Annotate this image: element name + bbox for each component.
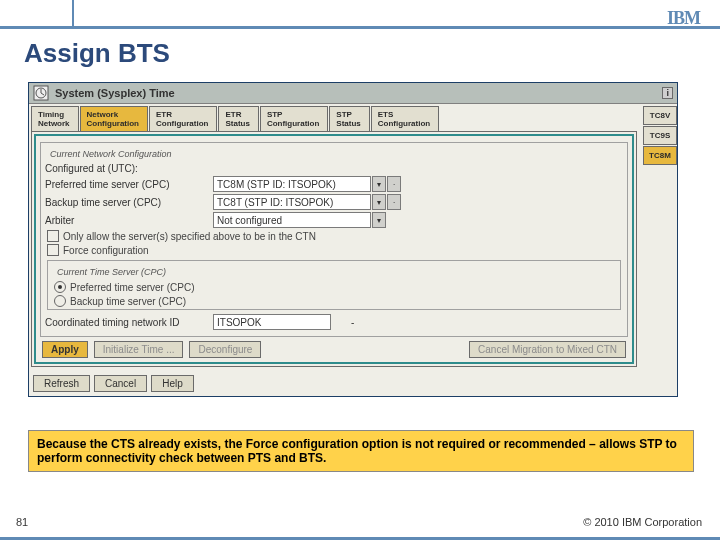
tab-network-configuration[interactable]: Network Configuration	[80, 106, 148, 131]
chevron-down-icon[interactable]: ▾	[372, 194, 386, 210]
chevron-down-icon[interactable]: ▾	[372, 176, 386, 192]
highlight-callout: Because the CTS already exists, the Forc…	[28, 430, 694, 472]
cancel-migration-button[interactable]: Cancel Migration to Mixed CTN	[469, 341, 626, 358]
pts-select[interactable]: TC8M (STP ID: ITSOPOK)	[213, 176, 371, 192]
vtab-tc8v[interactable]: TC8V	[643, 106, 677, 125]
clock-icon	[33, 85, 49, 101]
ctn-id-label: Coordinated timing network ID	[45, 317, 213, 328]
deconfigure-button[interactable]: Deconfigure	[189, 341, 261, 358]
header-horizontal-rule	[0, 26, 720, 29]
vtab-tc9s[interactable]: TC9S	[643, 126, 677, 145]
radio-icon	[54, 281, 66, 293]
window-titlebar: System (Sysplex) Time i	[29, 83, 677, 104]
refresh-button[interactable]: Refresh	[33, 375, 90, 392]
arbiter-select[interactable]: Not configured	[213, 212, 371, 228]
cts-pts-radio[interactable]: Preferred time server (CPC)	[54, 281, 614, 293]
apply-button[interactable]: Apply	[42, 341, 88, 358]
work-area: Current Network Configuration Configured…	[31, 131, 637, 367]
window-footer: Refresh Cancel Help	[33, 375, 673, 392]
checkbox-icon	[47, 230, 59, 242]
tab-ets-configuration[interactable]: ETS Configuration	[371, 106, 439, 131]
action-button-row: Apply Initialize Time ... Deconfigure Ca…	[42, 341, 626, 358]
help-button[interactable]: Help	[151, 375, 194, 392]
ibm-logo: IBM	[667, 8, 700, 29]
group-legend: Current Network Configuration	[47, 149, 175, 159]
radio-icon	[54, 295, 66, 307]
cpc-vertical-tabs: TC8V TC9S TC8M	[643, 106, 677, 166]
vtab-tc8m[interactable]: TC8M	[643, 146, 677, 165]
arbiter-label: Arbiter	[45, 215, 213, 226]
screenshot-panel: System (Sysplex) Time i Timing Network N…	[28, 82, 678, 397]
header-vertical-separator	[72, 0, 74, 26]
cts-legend: Current Time Server (CPC)	[54, 267, 169, 277]
tab-etr-configuration[interactable]: ETR Configuration	[149, 106, 217, 131]
pts-label: Preferred time server (CPC)	[45, 179, 213, 190]
tab-etr-status[interactable]: ETR Status	[218, 106, 258, 131]
chevron-down-icon[interactable]: ▾	[372, 212, 386, 228]
tab-timing-network[interactable]: Timing Network	[31, 106, 79, 131]
slide-container: IBM Assign BTS System (Sysplex) Time i T…	[0, 0, 720, 540]
tab-stp-configuration[interactable]: STP Configuration	[260, 106, 328, 131]
only-allow-checkbox[interactable]: Only allow the server(s) specified above…	[47, 230, 621, 242]
configured-at-label: Configured at (UTC):	[45, 163, 213, 174]
slide-title: Assign BTS	[24, 38, 170, 69]
window-title: System (Sysplex) Time	[55, 87, 175, 99]
bts-label: Backup time server (CPC)	[45, 197, 213, 208]
checkbox-icon	[47, 244, 59, 256]
tab-stp-status[interactable]: STP Status	[329, 106, 369, 131]
cancel-button[interactable]: Cancel	[94, 375, 147, 392]
current-network-config-group: Current Network Configuration Configured…	[40, 142, 628, 337]
bts-aux-button[interactable]: ·	[387, 194, 401, 210]
system-time-window: System (Sysplex) Time i Timing Network N…	[28, 82, 678, 397]
pts-aux-button[interactable]: ·	[387, 176, 401, 192]
initialize-time-button[interactable]: Initialize Time ...	[94, 341, 184, 358]
ctn-id-field[interactable]: ITSOPOK	[213, 314, 331, 330]
copyright: © 2010 IBM Corporation	[583, 516, 702, 528]
cts-bts-radio[interactable]: Backup time server (CPC)	[54, 295, 614, 307]
tab-bar: Timing Network Network Configuration ETR…	[31, 106, 637, 131]
page-number: 81	[16, 516, 28, 528]
current-time-server-group: Current Time Server (CPC) Preferred time…	[47, 260, 621, 310]
window-info-button[interactable]: i	[662, 87, 673, 99]
bts-select[interactable]: TC8T (STP ID: ITSOPOK)	[213, 194, 371, 210]
force-config-checkbox[interactable]: Force configuration	[47, 244, 621, 256]
